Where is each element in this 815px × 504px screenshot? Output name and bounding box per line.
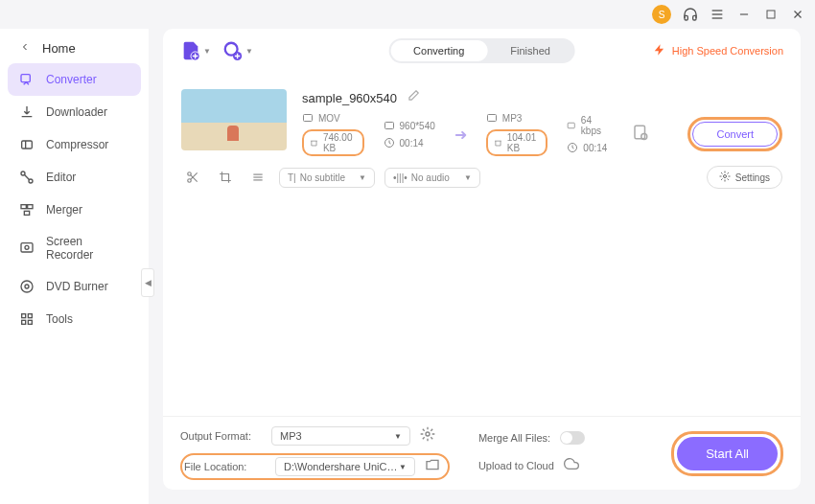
audio-icon: •|||• [393,172,408,183]
svg-rect-20 [22,314,26,318]
chevron-down-icon: ▼ [394,432,402,441]
add-file-icon [180,40,201,61]
sidebar-back[interactable]: Home [0,34,149,63]
chevron-down-icon: ▼ [203,47,211,56]
sidebar-item-dvd-burner[interactable]: DVD Burner [0,270,149,303]
sidebar-item-label: Downloader [46,105,107,119]
svg-rect-23 [28,320,32,324]
file-location-select[interactable]: D:\Wondershare UniConverter 1 ▼ [275,457,415,476]
svg-rect-21 [28,314,32,318]
chevron-down-icon: ▼ [245,47,253,56]
svg-rect-13 [21,205,26,209]
sidebar-item-label: DVD Burner [46,280,108,293]
svg-point-19 [25,285,29,288]
add-file-button[interactable]: ▼ [180,40,211,61]
tab-converting[interactable]: Converting [390,40,487,61]
merge-label: Merge All Files: [478,432,550,444]
sidebar-item-screen-recorder[interactable]: Screen Recorder [0,226,149,270]
sidebar-item-label: Editor [46,171,76,184]
converter-icon [19,72,35,87]
editor-icon [19,170,35,185]
avatar[interactable]: S [652,5,671,24]
add-url-button[interactable]: ▼ [222,40,253,61]
sidebar-item-compressor[interactable]: Compressor [0,128,149,161]
sidebar-item-editor[interactable]: Editor [0,161,149,194]
cut-icon[interactable] [181,166,204,189]
svg-rect-7 [21,75,30,82]
chevron-down-icon: ▼ [399,463,407,471]
screen-recorder-icon [19,241,35,256]
settings-button[interactable]: Settings [707,166,782,189]
svg-rect-15 [24,211,29,215]
src-format: MOV [302,112,364,124]
headset-icon[interactable] [683,7,698,22]
high-speed-label: High Speed Conversion [672,45,783,57]
svg-point-42 [723,175,726,178]
file-location-label: File Location: [184,461,266,472]
src-duration: 00:14 [384,137,435,149]
tabs: Converting Finished [388,38,575,63]
cloud-icon[interactable] [564,456,579,475]
svg-rect-8 [22,141,33,149]
dst-duration: 00:14 [567,142,607,153]
start-all-button[interactable]: Start All [677,437,778,470]
convert-button[interactable]: Convert [692,122,778,147]
tab-finished[interactable]: Finished [487,40,573,61]
sidebar-item-converter[interactable]: Converter [8,63,141,96]
subtitle-icon: T| [288,172,296,183]
svg-rect-14 [28,205,33,209]
close-icon[interactable] [790,7,805,22]
svg-line-12 [24,174,29,179]
svg-rect-27 [304,115,313,122]
file-settings-icon[interactable] [632,124,649,145]
output-format-select[interactable]: MP3 ▼ [271,426,410,446]
chevron-down-icon: ▼ [464,173,472,182]
sidebar-item-label: Merger [46,203,82,217]
menu-icon[interactable] [710,7,725,22]
more-icon[interactable] [246,166,269,189]
dst-size: 104.01 KB [486,129,548,156]
back-icon [19,41,31,56]
rename-icon[interactable] [407,89,420,106]
dst-bitrate: 64 kbps [567,115,607,136]
merge-toggle[interactable] [560,431,585,445]
sidebar: Home Converter Downloader Compressor Edi… [0,29,149,504]
dst-format: MP3 [486,112,548,124]
video-thumbnail[interactable] [181,89,287,150]
add-url-icon [222,40,244,61]
svg-rect-30 [487,115,496,122]
downloader-icon [19,104,35,120]
sidebar-back-label: Home [42,41,76,56]
sidebar-item-tools[interactable]: Tools [0,303,149,335]
maximize-icon[interactable] [763,7,779,22]
src-size: 746.00 KB [302,129,364,156]
dvd-burner-icon [19,279,35,294]
sidebar-item-downloader[interactable]: Downloader [0,96,149,128]
chevron-down-icon: ▼ [359,173,366,182]
subtitle-select[interactable]: T|No subtitle ▼ [279,168,375,188]
arrow-icon: ➜ [454,126,467,144]
crop-icon[interactable] [214,166,237,189]
merger-icon [19,202,35,218]
sidebar-item-label: Tools [46,312,73,326]
svg-rect-31 [569,123,575,128]
gear-icon [719,171,731,184]
svg-rect-22 [22,320,26,324]
sidebar-item-merger[interactable]: Merger [0,194,149,226]
sidebar-item-label: Screen Recorder [46,235,129,262]
output-settings-icon[interactable] [420,426,435,446]
svg-point-43 [426,432,430,436]
sidebar-collapse-handle[interactable]: ◀ [141,268,154,297]
open-folder-icon[interactable] [425,457,440,476]
audio-select[interactable]: •|||•No audio ▼ [384,168,480,188]
convert-button-highlight: Convert [687,117,782,151]
high-speed-conversion[interactable]: High Speed Conversion [653,43,783,58]
svg-rect-4 [767,11,775,18]
upload-label: Upload to Cloud [478,460,554,471]
src-resolution: 960*540 [384,120,435,131]
sidebar-item-label: Compressor [46,138,108,151]
minimize-icon[interactable] [736,7,752,22]
svg-point-17 [25,245,29,249]
svg-rect-33 [635,126,645,139]
file-row: sample_960x540 MOV 746.00 KB 960*540 00:… [180,80,783,197]
